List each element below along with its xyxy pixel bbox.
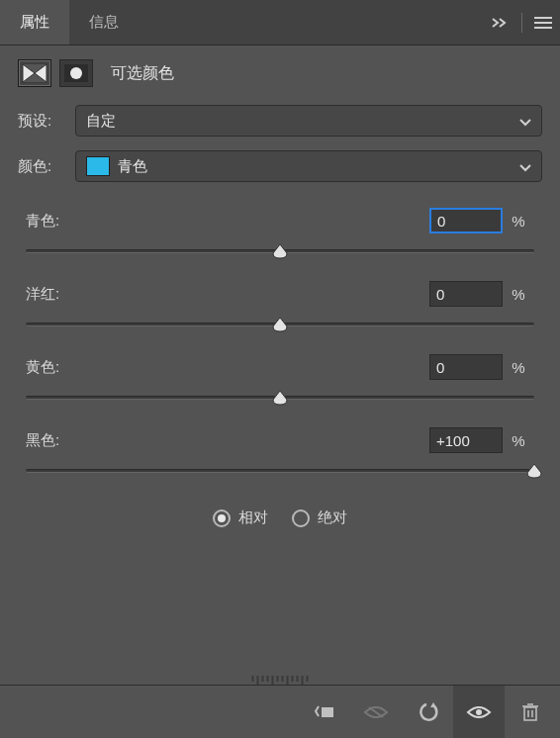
svg-point-7 bbox=[476, 709, 482, 715]
yellow-label: 黄色: bbox=[26, 358, 429, 377]
yellow-input[interactable] bbox=[429, 354, 503, 380]
svg-rect-8 bbox=[524, 707, 536, 720]
adjustment-title: 可选颜色 bbox=[111, 63, 174, 84]
percent-label: % bbox=[503, 286, 534, 303]
radio-icon bbox=[292, 509, 310, 527]
chevron-down-icon bbox=[519, 158, 531, 175]
clip-to-layer-icon[interactable] bbox=[299, 686, 350, 738]
color-swatch bbox=[86, 156, 110, 176]
adjustment-type-icon[interactable] bbox=[18, 59, 51, 87]
yellow-slider[interactable] bbox=[26, 390, 534, 414]
collapse-icon[interactable] bbox=[484, 0, 517, 45]
slider-thumb[interactable] bbox=[271, 243, 289, 259]
tab-properties[interactable]: 属性 bbox=[0, 0, 69, 45]
color-select[interactable]: 青色 bbox=[75, 150, 542, 182]
magenta-slider[interactable] bbox=[26, 317, 534, 340]
mask-icon[interactable] bbox=[59, 59, 93, 87]
reset-icon[interactable] bbox=[402, 686, 453, 738]
view-previous-icon[interactable] bbox=[350, 686, 402, 738]
magenta-input[interactable] bbox=[429, 281, 503, 307]
slider-track bbox=[26, 469, 534, 473]
color-label: 颜色: bbox=[18, 157, 75, 176]
divider bbox=[521, 13, 522, 33]
method-relative-radio[interactable]: 相对 bbox=[213, 508, 268, 527]
slider-thumb[interactable] bbox=[525, 463, 543, 479]
svg-rect-6 bbox=[322, 707, 333, 717]
radio-icon bbox=[213, 509, 231, 527]
preset-label: 预设: bbox=[18, 112, 75, 131]
method-absolute-radio[interactable]: 绝对 bbox=[292, 508, 347, 527]
slider-thumb[interactable] bbox=[271, 317, 289, 332]
menu-icon[interactable] bbox=[526, 0, 560, 45]
cyan-input[interactable] bbox=[429, 208, 503, 233]
cyan-slider[interactable] bbox=[26, 243, 534, 267]
toggle-visibility-icon[interactable] bbox=[453, 686, 505, 738]
relative-label: 相对 bbox=[238, 508, 268, 527]
chevron-down-icon bbox=[519, 113, 531, 130]
preset-value: 自定 bbox=[86, 112, 116, 131]
percent-label: % bbox=[503, 359, 534, 376]
percent-label: % bbox=[503, 213, 534, 230]
resize-grip[interactable] bbox=[252, 676, 309, 685]
delete-icon[interactable] bbox=[505, 686, 556, 738]
slider-thumb[interactable] bbox=[271, 390, 289, 406]
black-input[interactable] bbox=[429, 427, 503, 453]
absolute-label: 绝对 bbox=[318, 508, 347, 527]
black-label: 黑色: bbox=[26, 431, 429, 450]
black-slider[interactable] bbox=[26, 463, 534, 487]
color-value: 青色 bbox=[118, 157, 147, 176]
magenta-label: 洋红: bbox=[26, 285, 429, 304]
svg-point-5 bbox=[70, 67, 82, 79]
tab-info[interactable]: 信息 bbox=[69, 0, 139, 45]
preset-select[interactable]: 自定 bbox=[75, 105, 542, 137]
percent-label: % bbox=[503, 432, 534, 449]
cyan-label: 青色: bbox=[26, 212, 429, 231]
